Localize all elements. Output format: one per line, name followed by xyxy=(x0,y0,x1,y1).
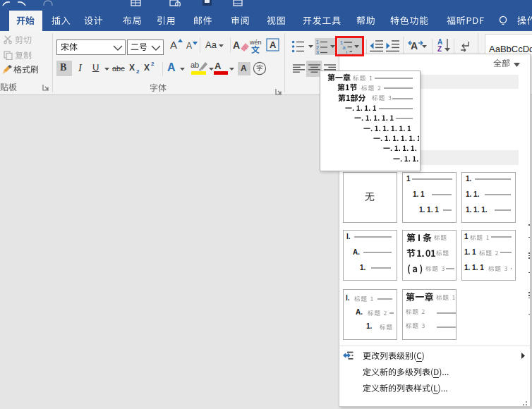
svg-text:2: 2 xyxy=(316,45,319,50)
svg-text:3: 3 xyxy=(316,50,319,54)
svg-text:1: 1 xyxy=(316,39,319,44)
